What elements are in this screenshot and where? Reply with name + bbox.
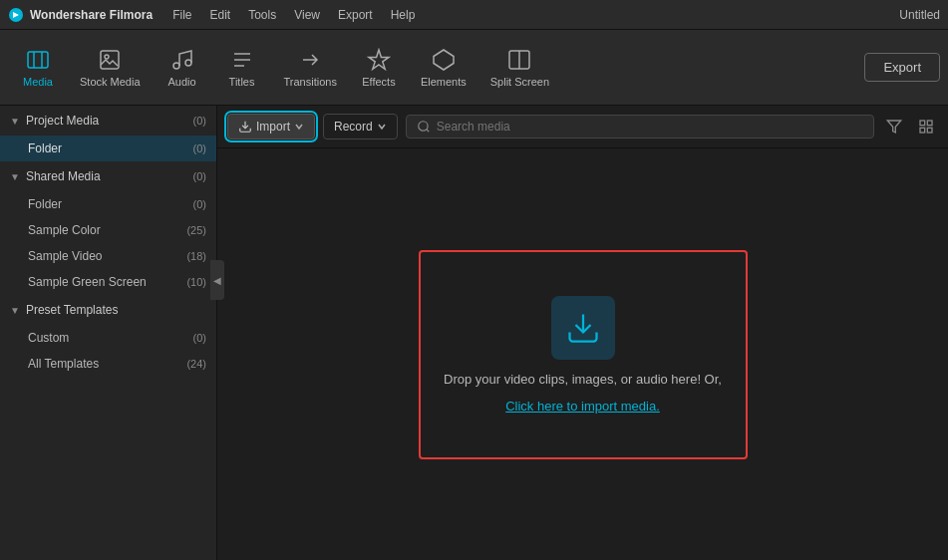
toolbar-transitions-label: Transitions [284,76,337,88]
custom-count: (0) [193,332,206,344]
menu-tools[interactable]: Tools [240,6,284,24]
project-media-label: Project Media [26,114,193,128]
svg-rect-2 [101,51,119,69]
filter-icon[interactable] [882,115,906,139]
menu-view[interactable]: View [286,6,328,24]
sidebar-item-all-templates[interactable]: All Templates (24) [0,351,216,377]
project-media-count: (0) [193,115,206,127]
arrow-icon-preset: ▼ [10,305,20,316]
toolbar-audio[interactable]: Audio [153,36,212,100]
drop-zone-text: Drop your video clips, images, or audio … [444,372,722,387]
svg-rect-1 [28,52,48,68]
window-title: Untitled [899,8,940,22]
title-bar: Wondershare Filmora File Edit Tools View… [0,0,948,30]
all-templates-count: (24) [186,358,206,370]
main-toolbar: Media Stock Media Audio Titles Transitio… [0,30,948,106]
import-dropdown-icon [294,122,304,132]
toolbar-stock-media[interactable]: Stock Media [68,36,153,100]
app-name: Wondershare Filmora [30,8,153,22]
toolbar-elements[interactable]: Elements [409,36,478,100]
folder2-count: (0) [193,198,206,210]
folder-count: (0) [193,142,206,154]
toolbar-effects[interactable]: Effects [349,36,409,100]
sample-color-label: Sample Color [28,223,186,237]
sidebar-item-custom[interactable]: Custom (0) [0,325,216,351]
record-label: Record [334,120,373,134]
sidebar-item-sample-green-screen[interactable]: Sample Green Screen (10) [0,269,216,295]
record-dropdown-icon [377,122,387,132]
all-templates-label: All Templates [28,357,186,371]
svg-rect-13 [927,121,932,126]
arrow-icon-shared: ▼ [10,171,20,182]
sidebar-collapse-button[interactable]: ◀ [210,260,217,300]
menu-file[interactable]: File [164,6,199,24]
svg-marker-6 [434,50,454,70]
search-input[interactable] [437,120,863,134]
export-button[interactable]: Export [864,53,940,82]
sidebar-section-preset-templates[interactable]: ▼ Preset Templates [0,295,216,325]
drop-zone-container: Drop your video clips, images, or audio … [217,148,948,560]
record-button[interactable]: Record [323,114,398,140]
folder-label: Folder [28,141,193,155]
import-button[interactable]: Import [227,114,315,140]
grid-view-icon[interactable] [914,115,938,139]
toolbar-audio-label: Audio [167,76,195,88]
search-container [406,115,874,139]
sidebar-item-sample-video[interactable]: Sample Video (18) [0,243,216,269]
arrow-icon: ▼ [10,116,20,127]
svg-marker-11 [887,121,900,133]
toolbar-media-label: Media [23,76,53,88]
menu-edit[interactable]: Edit [201,6,238,24]
custom-label: Custom [28,331,193,345]
sidebar-item-folder2[interactable]: Folder (0) [0,191,216,217]
toolbar-effects-label: Effects [362,76,395,88]
main-area: ▼ Project Media (0) Folder (0) ▼ Shared … [0,106,948,560]
sample-green-screen-count: (10) [186,276,206,288]
import-icon [238,120,252,134]
toolbar-transitions[interactable]: Transitions [272,36,349,100]
drop-zone[interactable]: Drop your video clips, images, or audio … [419,250,748,459]
svg-rect-14 [920,128,925,133]
sidebar-section-shared-media[interactable]: ▼ Shared Media (0) [0,161,216,191]
toolbar-media[interactable]: Media [8,36,68,100]
sidebar: ▼ Project Media (0) Folder (0) ▼ Shared … [0,106,217,560]
sample-video-count: (18) [186,250,206,262]
content-toolbar: Import Record [217,106,948,148]
menu-export[interactable]: Export [330,6,381,24]
sidebar-item-sample-color[interactable]: Sample Color (25) [0,217,216,243]
import-label: Import [256,120,290,134]
toolbar-split-screen-label: Split Screen [490,76,549,88]
sample-video-label: Sample Video [28,249,186,263]
shared-media-count: (0) [193,170,206,182]
sidebar-section-project-media[interactable]: ▼ Project Media (0) [0,106,216,136]
sample-green-screen-label: Sample Green Screen [28,275,186,289]
menu-help[interactable]: Help [383,6,424,24]
folder2-label: Folder [28,197,193,211]
menu-bar: File Edit Tools View Export Help [164,6,423,24]
toolbar-elements-label: Elements [421,76,467,88]
shared-media-label: Shared Media [26,169,193,183]
toolbar-stock-media-label: Stock Media [80,76,141,88]
sidebar-item-folder[interactable]: Folder (0) [0,136,216,161]
svg-point-3 [105,55,109,59]
search-icon [417,120,431,134]
svg-point-10 [418,122,427,131]
toolbar-titles-label: Titles [229,76,255,88]
preset-templates-label: Preset Templates [26,303,206,317]
svg-rect-15 [927,128,932,133]
app-logo: Wondershare Filmora [8,7,153,23]
toolbar-split-screen[interactable]: Split Screen [478,36,561,100]
svg-point-5 [185,60,191,66]
svg-point-4 [173,63,179,69]
drop-zone-icon [551,296,615,360]
svg-rect-12 [920,121,925,126]
import-media-link[interactable]: Click here to import media. [505,399,660,414]
content-area: Import Record [217,106,948,560]
toolbar-titles[interactable]: Titles [212,36,272,100]
sample-color-count: (25) [186,224,206,236]
